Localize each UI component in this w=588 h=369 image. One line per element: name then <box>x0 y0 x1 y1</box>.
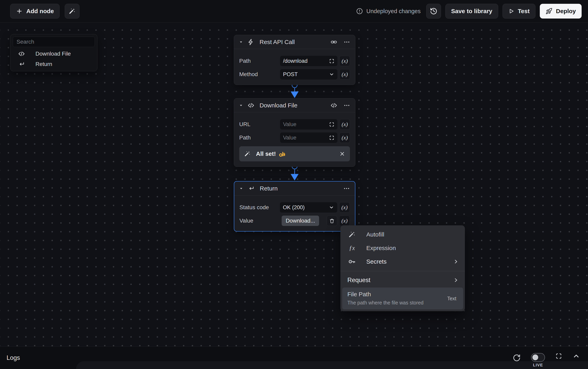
test-button[interactable]: Test <box>503 4 535 19</box>
chevron-down-icon <box>329 72 335 77</box>
refresh-icon[interactable] <box>513 354 521 362</box>
deploy-button[interactable]: Deploy <box>540 4 582 19</box>
menu-item-label: Autofill <box>366 231 384 238</box>
field-row-path: Path Value (x) <box>239 133 350 143</box>
search-input[interactable]: Search <box>13 37 95 47</box>
collapse-chevron-icon[interactable] <box>239 40 243 44</box>
method-select[interactable]: POST <box>280 69 337 80</box>
palette-item-label: Download File <box>35 51 71 57</box>
chevron-down-icon <box>329 205 334 210</box>
value-variable-chip[interactable]: Download... <box>282 215 319 226</box>
expression-x-button[interactable]: (x) <box>339 202 350 213</box>
node-rest-api-call[interactable]: Rest API Call Path /download <box>234 35 355 85</box>
menu-item-file-path[interactable]: File Path The path where the file was st… <box>342 287 463 309</box>
ellipsis-icon[interactable] <box>344 39 350 45</box>
zap-icon <box>248 39 254 45</box>
toggle-knob <box>532 354 538 360</box>
menu-item-label: Request <box>347 277 370 284</box>
expression-x-button[interactable]: (x) <box>339 133 350 143</box>
code-editor-icon[interactable] <box>330 102 337 109</box>
undeployed-status: Undeployed changes <box>356 8 420 15</box>
fullscreen-icon[interactable] <box>555 353 562 359</box>
ellipsis-icon[interactable] <box>344 102 350 109</box>
undeployed-label: Undeployed changes <box>366 8 420 15</box>
ok-hand-icon <box>279 151 285 157</box>
delete-value-button[interactable] <box>327 215 337 226</box>
node-header: Download File <box>234 98 355 112</box>
file-path-type-badge: Text <box>447 296 456 301</box>
save-to-library-label: Save to library <box>451 8 492 15</box>
rocket-icon <box>546 8 552 15</box>
banner-text: All set! <box>256 150 276 157</box>
return-icon <box>248 185 254 192</box>
menu-item-request[interactable]: Request <box>340 274 465 287</box>
expression-x-button[interactable]: (x) <box>339 69 350 80</box>
expand-icon[interactable] <box>329 135 335 141</box>
ai-wand-button[interactable] <box>65 4 80 19</box>
menu-item-label: Expression <box>366 245 396 251</box>
link-icon[interactable] <box>330 39 337 45</box>
live-label: LIVE <box>533 363 543 367</box>
field-label: Value <box>239 218 253 224</box>
node-search-panel: Search Download File Return <box>10 34 97 71</box>
value-context-menu: Autofill ƒx Expression Secrets Request F <box>340 225 465 311</box>
key-icon <box>348 258 356 265</box>
close-icon[interactable] <box>339 151 345 157</box>
wand-icon <box>348 231 356 238</box>
field-row-method: Method POST (x) <box>239 69 350 80</box>
collapse-chevron-icon[interactable] <box>239 104 243 107</box>
node-title: Return <box>260 185 278 192</box>
path-input[interactable]: /download <box>280 56 337 66</box>
toolbar-left: Add node <box>0 4 80 19</box>
path-input[interactable]: Value <box>280 133 337 143</box>
menu-item-secrets[interactable]: Secrets <box>340 255 465 268</box>
logs-panel-edge <box>76 361 588 369</box>
palette-item-download-file[interactable]: Download File <box>13 49 95 59</box>
field-row-url: URL Value (x) <box>239 119 350 130</box>
node-header: Return <box>234 182 355 195</box>
status-code-select[interactable]: OK (200) <box>280 202 337 213</box>
field-label: Path <box>239 58 251 64</box>
node-title: Download File <box>260 102 297 109</box>
add-node-button[interactable]: Add node <box>10 4 60 19</box>
expand-icon[interactable] <box>329 122 335 127</box>
field-label: Method <box>239 71 258 78</box>
history-icon <box>430 7 437 15</box>
palette-item-return[interactable]: Return <box>13 59 95 69</box>
url-input[interactable]: Value <box>280 119 337 130</box>
wand-icon <box>244 150 251 157</box>
search-placeholder: Search <box>17 39 34 45</box>
toolbar-right: Undeployed changes Save to library Test <box>356 4 588 19</box>
code-icon <box>248 102 254 109</box>
plus-icon <box>16 8 23 15</box>
menu-item-autofill[interactable]: Autofill <box>340 228 465 241</box>
expression-x-button[interactable]: (x) <box>339 215 350 226</box>
collapse-chevron-icon[interactable] <box>239 187 243 190</box>
expression-x-button[interactable]: (x) <box>339 56 350 66</box>
logs-label: Logs <box>7 354 20 361</box>
expression-x-button[interactable]: (x) <box>339 119 350 130</box>
menu-item-expression[interactable]: ƒx Expression <box>340 241 465 255</box>
trash-icon <box>329 218 335 224</box>
toolbar: Add node Undeployed changes <box>0 0 588 22</box>
node-header: Rest API Call <box>234 35 355 49</box>
save-to-library-button[interactable]: Save to library <box>445 4 498 19</box>
collapse-panel-chevron-up-icon[interactable] <box>572 352 580 360</box>
node-title: Rest API Call <box>260 39 295 45</box>
node-return[interactable]: Return Status code OK (200) (x) <box>234 181 355 232</box>
field-row-value: Value Download... (x) <box>239 215 350 226</box>
live-toggle-wrap: LIVE <box>531 353 545 367</box>
play-icon <box>508 8 514 14</box>
workflow-editor: Add node Undeployed changes <box>0 0 588 369</box>
history-button[interactable] <box>426 4 441 19</box>
field-label: Path <box>239 134 251 141</box>
add-node-label: Add node <box>26 8 54 15</box>
ellipsis-icon[interactable] <box>343 185 350 192</box>
node-download-file[interactable]: Download File URL Value <box>234 98 355 167</box>
field-label: URL <box>239 121 250 128</box>
expand-icon[interactable] <box>329 58 335 64</box>
menu-item-label: Secrets <box>366 258 387 265</box>
live-toggle[interactable] <box>531 353 545 362</box>
menu-divider <box>340 271 465 271</box>
file-path-title: File Path <box>347 291 457 298</box>
